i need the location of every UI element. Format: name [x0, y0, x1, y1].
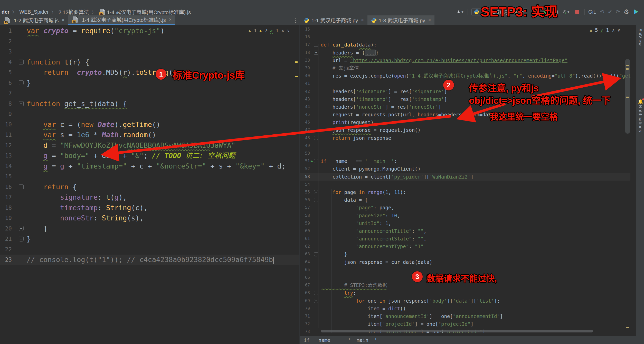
error-stripe-mark[interactable]: [295, 61, 298, 63]
code-line[interactable]: 42 headers['signature'] = res['signature…: [300, 88, 630, 95]
code-line[interactable]: 11 var s = 1e6 * Math.random(): [0, 130, 299, 140]
line-number[interactable]: 51: [300, 157, 310, 165]
horizontal-scrollbar[interactable]: [321, 330, 593, 332]
line-number[interactable]: 23: [0, 255, 12, 265]
fold-marker-icon[interactable]: −: [314, 291, 318, 295]
line-number[interactable]: 47: [300, 126, 310, 134]
line-number[interactable]: 56: [300, 196, 310, 204]
line-number[interactable]: 61: [300, 235, 310, 243]
code-line[interactable]: 47 json_response = request.json(): [300, 126, 630, 134]
git-commit-icon[interactable]: ✔: [608, 9, 612, 15]
line-number[interactable]: 58: [300, 212, 310, 219]
code-line[interactable]: 23// console.log(t("1")); // c4ca4238a0b…: [0, 255, 299, 265]
line-number[interactable]: 5: [0, 67, 12, 78]
debug-button[interactable]: [541, 8, 548, 15]
line-number[interactable]: 45: [300, 111, 310, 118]
fold-marker-icon[interactable]: −: [314, 136, 318, 140]
line-number[interactable]: 8: [0, 99, 12, 109]
profiler-button[interactable]: ▼: [563, 8, 570, 15]
line-number[interactable]: 71: [300, 312, 310, 320]
line-number[interactable]: 64: [300, 258, 310, 266]
line-number[interactable]: 15: [300, 25, 310, 33]
code-line[interactable]: 5 return crypto.MD5(r).toString(): [0, 67, 299, 78]
line-number[interactable]: 4: [0, 57, 12, 68]
breadcrumb-item[interactable]: 1-4.武汉电子商城(用Crypto标准库).js: [107, 8, 191, 16]
line-number[interactable]: 40: [300, 72, 310, 80]
line-number[interactable]: 57: [300, 204, 310, 211]
fold-marker-icon[interactable]: −: [314, 252, 318, 256]
code-line[interactable]: 67 # STEP3:清洗数据: [300, 281, 630, 289]
settings-gear-icon[interactable]: ⚙: [623, 8, 629, 15]
fold-marker-icon[interactable]: −: [19, 101, 24, 106]
code-line[interactable]: 17−def cur_data(data):: [300, 41, 630, 49]
line-number[interactable]: 60: [300, 227, 310, 235]
code-line[interactable]: 3: [0, 47, 299, 57]
code-line[interactable]: 8−function get_s_t(data) {: [0, 99, 299, 109]
code-line[interactable]: 45 request = requests.post(url, headers=…: [300, 111, 630, 118]
line-number[interactable]: 12: [0, 140, 12, 151]
git-update-icon[interactable]: ⟲: [600, 9, 604, 15]
code-line[interactable]: 63− }: [300, 250, 630, 258]
code-line[interactable]: 66: [300, 274, 630, 281]
line-number[interactable]: 44: [300, 103, 310, 111]
fold-marker-icon[interactable]: −: [314, 190, 318, 194]
line-number[interactable]: 43: [300, 95, 310, 103]
line-number[interactable]: 16: [0, 182, 12, 192]
code-line[interactable]: 12 d = "MFwwDQYJKoZIhvcNAQEBBQADSwAWSAJB…: [0, 140, 299, 151]
line-number[interactable]: 72: [300, 320, 310, 328]
right-editor-python[interactable]: ▲5 ✔1 ∧ ∨ 151617−def cur_data(data):18+ …: [300, 25, 630, 333]
code-line[interactable]: 41: [300, 80, 630, 87]
tab-1-2-js[interactable]: 1-2.武汉电子商城.js ×: [0, 15, 68, 25]
code-line[interactable]: 39 # 去js拿值: [300, 64, 630, 72]
ide-plugin-icon[interactable]: [633, 8, 640, 15]
error-stripe-mark[interactable]: [626, 68, 629, 70]
breadcrumb-item[interactable]: WEB_Spider: [19, 9, 49, 15]
line-number[interactable]: 17: [300, 41, 310, 49]
line-number[interactable]: 69: [300, 297, 310, 305]
code-line[interactable]: 65: [300, 266, 630, 274]
code-line[interactable]: 49: [300, 142, 630, 150]
code-line[interactable]: 38 url = "https://wuhan.hbdzcg.com.cn/e-…: [300, 57, 630, 64]
tab-1-3-py-active[interactable]: 1-3.武汉电子商城.py ×: [367, 15, 435, 25]
line-number[interactable]: 16: [300, 33, 310, 41]
line-number[interactable]: 59: [300, 219, 310, 227]
fold-marker-icon[interactable]: −: [19, 226, 24, 231]
code-area[interactable]: 1var crypto = require("crypto-js")234−fu…: [0, 25, 299, 265]
line-number[interactable]: 50: [300, 150, 310, 157]
error-stripe-mark[interactable]: [626, 65, 629, 66]
code-line[interactable]: 59 "unitId": 1,: [300, 219, 630, 227]
line-number[interactable]: 67: [300, 281, 310, 289]
line-number[interactable]: 13: [0, 151, 12, 161]
code-line[interactable]: 16: [300, 33, 630, 41]
code-line[interactable]: 56− data = {: [300, 196, 630, 204]
code-line[interactable]: 70 item = dict(): [300, 305, 630, 312]
code-line[interactable]: 43 headers['timestamp'] = res['timestamp…: [300, 95, 630, 103]
line-number[interactable]: 39: [300, 64, 310, 72]
code-line[interactable]: 6−}: [0, 78, 299, 88]
git-push-icon[interactable]: ⟳: [616, 9, 620, 15]
line-number[interactable]: 9: [0, 109, 12, 119]
line-number[interactable]: 14: [0, 161, 12, 172]
line-number[interactable]: 3: [0, 47, 12, 57]
code-line[interactable]: 14 g = g + "timestamp=" + c + "&nonceStr…: [0, 161, 299, 172]
code-line[interactable]: 72 item['projectId'] = one["projectId"]: [300, 320, 630, 328]
code-line[interactable]: 52 client = pymongo.MongoClient(): [300, 165, 630, 173]
tab-1-1-py[interactable]: 1-1.武汉电子商城.py ×: [300, 15, 367, 25]
fold-marker-icon[interactable]: +: [314, 51, 318, 55]
line-number[interactable]: 20: [0, 224, 12, 234]
code-line[interactable]: 46 print(request): [300, 118, 630, 126]
fold-marker-icon[interactable]: −: [314, 43, 318, 47]
line-number[interactable]: 42: [300, 88, 310, 95]
code-line[interactable]: 13 g = "body=" + data + "&"; // TODO 坑二:…: [0, 151, 299, 161]
error-stripe-mark[interactable]: [626, 97, 629, 98]
close-icon[interactable]: ×: [361, 17, 364, 23]
code-line[interactable]: 51▶−if __name__ == '__main__':: [300, 157, 630, 165]
line-number[interactable]: 11: [0, 130, 12, 140]
fold-marker-icon[interactable]: −: [19, 237, 24, 241]
code-line[interactable]: 16− return {: [0, 182, 299, 192]
code-line[interactable]: 58 "pageSize": 10,: [300, 212, 630, 219]
run-with-coverage-button[interactable]: [552, 8, 559, 15]
line-number[interactable]: 22: [0, 244, 12, 255]
line-number[interactable]: 7: [0, 88, 12, 99]
code-line[interactable]: 44 headers['nonceStr'] = res['nonceStr']: [300, 103, 630, 111]
